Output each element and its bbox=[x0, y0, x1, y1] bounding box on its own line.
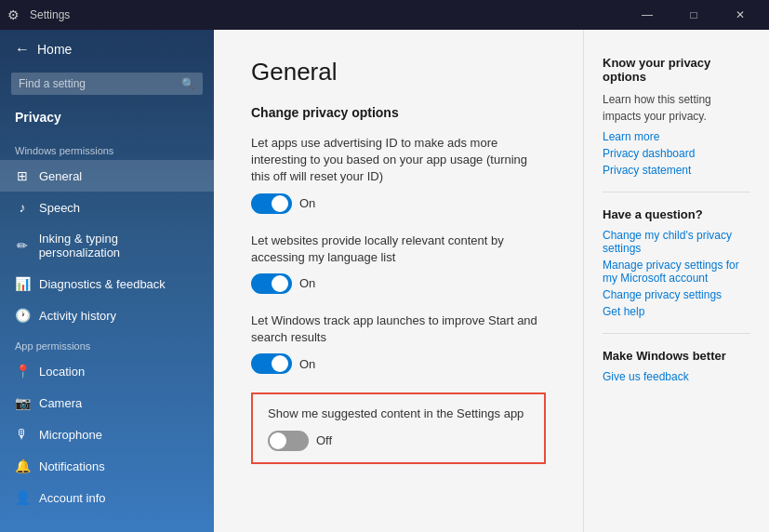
sidebar-item-account[interactable]: 👤 Account info bbox=[0, 482, 214, 513]
sidebar-item-label: Activity history bbox=[39, 309, 116, 323]
setting-language: Let websites provide locally relevant co… bbox=[251, 233, 546, 294]
home-nav[interactable]: ← Home bbox=[0, 30, 214, 69]
app-permissions-title: App permissions bbox=[0, 331, 214, 355]
toggle-tracking[interactable] bbox=[251, 353, 292, 374]
get-help-link[interactable]: Get help bbox=[603, 305, 750, 318]
account-icon: 👤 bbox=[15, 490, 30, 505]
sidebar-item-label: Account info bbox=[39, 491, 106, 505]
sidebar-item-diagnostics[interactable]: 📊 Diagnostics & feedback bbox=[0, 268, 214, 299]
notifications-icon: 🔔 bbox=[15, 459, 30, 473]
close-button[interactable]: ✕ bbox=[719, 0, 762, 30]
sidebar-item-label: Notifications bbox=[39, 459, 105, 473]
back-icon: ← bbox=[15, 41, 30, 58]
setting-suggested-highlighted: Show me suggested content in the Setting… bbox=[251, 392, 546, 463]
sidebar-item-label: Microphone bbox=[39, 428, 102, 442]
inking-icon: ✏ bbox=[15, 238, 30, 253]
main-content: General Change privacy options Let apps … bbox=[214, 30, 583, 532]
sidebar-item-label: General bbox=[39, 169, 82, 183]
diagnostics-icon: 📊 bbox=[15, 276, 30, 291]
right-text-privacy: Learn how this setting impacts your priv… bbox=[603, 91, 750, 125]
toggle-tracking-label: On bbox=[299, 357, 315, 371]
sidebar-item-general[interactable]: ⊞ General bbox=[0, 160, 214, 192]
privacy-statement-link[interactable]: Privacy statement bbox=[603, 164, 750, 177]
search-input[interactable] bbox=[19, 77, 176, 90]
sidebar-item-microphone[interactable]: 🎙 Microphone bbox=[0, 419, 214, 450]
setting-language-desc: Let websites provide locally relevant co… bbox=[251, 233, 546, 266]
toggle-row-suggested: Off bbox=[268, 431, 529, 451]
search-icon: 🔍 bbox=[181, 77, 195, 90]
activity-icon: 🕐 bbox=[15, 308, 30, 323]
section-title: Change privacy options bbox=[251, 105, 546, 120]
sidebar-item-activity[interactable]: 🕐 Activity history bbox=[0, 299, 214, 331]
sidebar-item-label: Location bbox=[39, 365, 85, 379]
toggle-advertising[interactable] bbox=[251, 193, 292, 214]
child-privacy-link[interactable]: Change my child's privacy settings bbox=[603, 229, 750, 255]
right-panel: Know your privacy options Learn how this… bbox=[583, 30, 769, 532]
sidebar-item-label: Diagnostics & feedback bbox=[39, 277, 166, 291]
privacy-label: Privacy bbox=[0, 102, 214, 136]
learn-more-link[interactable]: Learn more bbox=[603, 130, 750, 143]
sidebar-item-label: Speech bbox=[39, 201, 80, 215]
titlebar: ⚙ Settings — □ ✕ bbox=[0, 0, 769, 30]
setting-advertising: Let apps use advertising ID to make ads … bbox=[251, 135, 546, 214]
sidebar-item-label: Inking & typing personalization bbox=[39, 232, 199, 259]
toggle-suggested[interactable] bbox=[268, 431, 309, 451]
sidebar-item-inking[interactable]: ✏ Inking & typing personalization bbox=[0, 223, 214, 268]
page-title: General bbox=[251, 58, 546, 86]
change-privacy-link[interactable]: Change privacy settings bbox=[603, 288, 750, 301]
right-title-better: Make Windows better bbox=[603, 349, 750, 363]
right-divider-2 bbox=[603, 333, 750, 334]
privacy-dashboard-link[interactable]: Privacy dashboard bbox=[603, 147, 750, 160]
sidebar-item-location[interactable]: 📍 Location bbox=[0, 355, 214, 387]
toggle-advertising-label: On bbox=[299, 196, 315, 210]
toggle-knob-language bbox=[272, 275, 288, 292]
toggle-knob-advertising bbox=[272, 195, 288, 212]
titlebar-controls: — □ ✕ bbox=[626, 0, 762, 30]
toggle-row-advertising: On bbox=[251, 193, 546, 214]
give-feedback-link[interactable]: Give us feedback bbox=[603, 370, 750, 383]
settings-icon: ⚙ bbox=[7, 7, 22, 22]
toggle-language[interactable] bbox=[251, 273, 292, 294]
setting-suggested-desc: Show me suggested content in the Setting… bbox=[268, 406, 529, 422]
app-body: ← Home 🔍 Privacy Windows permissions ⊞ G… bbox=[0, 30, 769, 532]
toggle-knob-suggested bbox=[270, 432, 286, 449]
home-label: Home bbox=[37, 42, 72, 57]
sidebar-item-notifications[interactable]: 🔔 Notifications bbox=[0, 450, 214, 482]
right-title-privacy: Know your privacy options bbox=[603, 56, 750, 84]
right-title-question: Have a question? bbox=[603, 207, 750, 221]
toggle-row-language: On bbox=[251, 273, 546, 294]
search-container[interactable]: 🔍 bbox=[11, 73, 203, 95]
toggle-suggested-label: Off bbox=[316, 433, 332, 447]
windows-permissions-title: Windows permissions bbox=[0, 136, 214, 160]
setting-advertising-desc: Let apps use advertising ID to make ads … bbox=[251, 135, 546, 186]
maximize-button[interactable]: □ bbox=[672, 0, 715, 30]
location-icon: 📍 bbox=[15, 364, 30, 379]
camera-icon: 📷 bbox=[15, 395, 30, 410]
manage-privacy-link[interactable]: Manage privacy settings for my Microsoft… bbox=[603, 259, 750, 285]
toggle-row-tracking: On bbox=[251, 353, 546, 374]
right-divider-1 bbox=[603, 192, 750, 193]
toggle-language-label: On bbox=[299, 276, 315, 290]
sidebar-item-label: Camera bbox=[39, 396, 82, 410]
titlebar-title: Settings bbox=[30, 8, 70, 21]
sidebar: ← Home 🔍 Privacy Windows permissions ⊞ G… bbox=[0, 30, 214, 532]
minimize-button[interactable]: — bbox=[626, 0, 669, 30]
setting-tracking: Let Windows track app launches to improv… bbox=[251, 313, 546, 374]
speech-icon: ♪ bbox=[15, 200, 30, 215]
general-icon: ⊞ bbox=[15, 168, 30, 183]
sidebar-item-camera[interactable]: 📷 Camera bbox=[0, 387, 214, 419]
titlebar-left: ⚙ Settings bbox=[7, 7, 70, 22]
setting-tracking-desc: Let Windows track app launches to improv… bbox=[251, 313, 546, 346]
toggle-knob-tracking bbox=[272, 355, 288, 372]
sidebar-item-speech[interactable]: ♪ Speech bbox=[0, 192, 214, 223]
microphone-icon: 🎙 bbox=[15, 427, 30, 442]
